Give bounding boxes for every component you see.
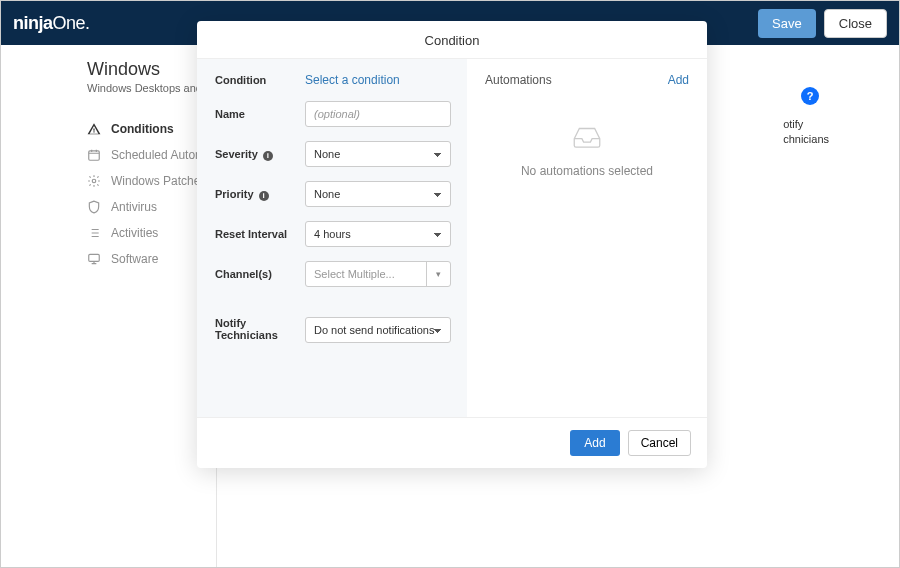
label-channels: Channel(s) — [215, 268, 301, 280]
add-button[interactable]: Add — [570, 430, 619, 456]
chevron-down-icon: ▾ — [426, 262, 450, 286]
label-name: Name — [215, 108, 301, 120]
notify-select[interactable]: Do not send notifications — [305, 317, 451, 343]
info-icon[interactable]: i — [259, 191, 269, 201]
automations-column: Automations Add No automations selected — [467, 59, 707, 417]
label-priority: Priority i — [215, 188, 301, 201]
name-input[interactable] — [305, 101, 451, 127]
priority-select[interactable]: None — [305, 181, 451, 207]
channels-multiselect[interactable]: Select Multiple... ▾ — [305, 261, 451, 287]
modal-footer: Add Cancel — [197, 417, 707, 468]
severity-select[interactable]: None — [305, 141, 451, 167]
channels-placeholder: Select Multiple... — [306, 268, 426, 280]
label-severity: Severity i — [215, 148, 301, 161]
label-condition: Condition — [215, 74, 301, 86]
form-column: Condition Select a condition Name Severi… — [197, 59, 467, 417]
add-automation-link[interactable]: Add — [668, 73, 689, 87]
modal-title: Condition — [197, 21, 707, 59]
automations-heading: Automations — [485, 73, 552, 87]
label-reset-interval: Reset Interval — [215, 228, 301, 240]
label-notify-technicians: Notify Technicians — [215, 317, 301, 341]
select-condition-link[interactable]: Select a condition — [305, 73, 400, 87]
automations-empty-state: No automations selected — [485, 123, 689, 178]
automations-empty-text: No automations selected — [485, 164, 689, 178]
condition-modal: Condition Condition Select a condition N… — [197, 21, 707, 468]
tray-icon — [570, 123, 604, 154]
cancel-button[interactable]: Cancel — [628, 430, 691, 456]
reset-interval-select[interactable]: 4 hours — [305, 221, 451, 247]
info-icon[interactable]: i — [263, 151, 273, 161]
